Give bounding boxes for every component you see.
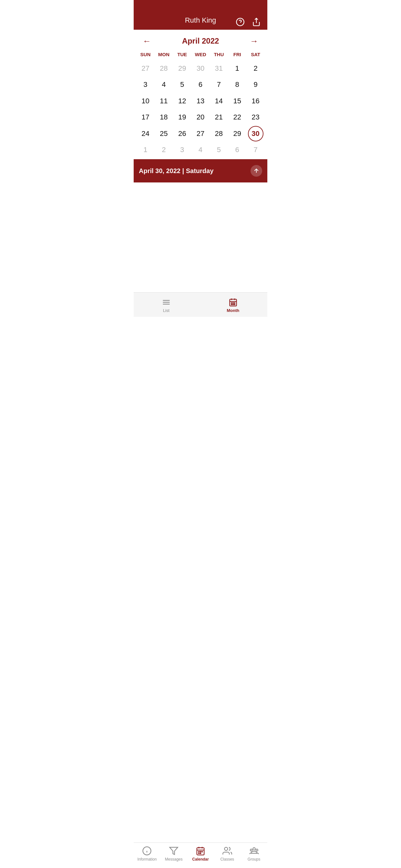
calendar-day[interactable]: 27: [191, 126, 210, 142]
list-label: List: [163, 308, 169, 313]
svg-point-13: [234, 303, 235, 304]
calendar-day[interactable]: 5: [173, 76, 191, 93]
calendar-day[interactable]: 2: [246, 60, 265, 76]
day-header-thu: THU: [210, 50, 228, 59]
month-label: Month: [227, 308, 239, 313]
month-calendar-icon: [228, 298, 238, 307]
calendar-day[interactable]: 29: [173, 60, 191, 76]
calendar-day[interactable]: 17: [136, 109, 155, 125]
calendar-day[interactable]: 7: [210, 76, 228, 93]
day-header-sat: SAT: [246, 50, 265, 59]
calendar-day[interactable]: 30: [248, 126, 264, 142]
calendar-day[interactable]: 1: [228, 60, 246, 76]
calendar-day[interactable]: 2: [155, 142, 173, 158]
day-header-fri: FRI: [228, 50, 246, 59]
header-actions: [235, 16, 262, 28]
share-button[interactable]: [251, 16, 262, 28]
calendar-grid: 2728293031123456789101112131415161718192…: [134, 60, 267, 158]
calendar-day[interactable]: 5: [210, 142, 228, 158]
calendar-day[interactable]: 22: [228, 109, 246, 125]
selected-date-bar: April 30, 2022 | Saturday: [134, 159, 267, 182]
calendar-day[interactable]: 3: [173, 142, 191, 158]
svg-point-11: [231, 303, 232, 304]
calendar-day[interactable]: 28: [210, 126, 228, 142]
calendar-day[interactable]: 4: [155, 76, 173, 93]
svg-point-14: [231, 304, 232, 305]
header-title: Ruth King: [185, 16, 216, 25]
arrow-up-icon: [253, 167, 259, 174]
calendar-day[interactable]: 7: [246, 142, 265, 158]
calendar-month-title: April 2022: [182, 36, 219, 45]
calendar-day[interactable]: 12: [173, 93, 191, 109]
share-icon: [252, 18, 261, 27]
calendar-day[interactable]: 15: [228, 93, 246, 109]
help-button[interactable]: [235, 16, 246, 28]
scroll-up-button[interactable]: [251, 165, 262, 177]
calendar-day[interactable]: 18: [155, 109, 173, 125]
calendar-day[interactable]: 16: [246, 93, 265, 109]
calendar-day[interactable]: 10: [136, 93, 155, 109]
selected-date-text: April 30, 2022 | Saturday: [139, 167, 213, 175]
calendar-day[interactable]: 3: [136, 76, 155, 93]
next-month-button[interactable]: →: [247, 35, 261, 46]
calendar-day[interactable]: 28: [155, 60, 173, 76]
app-header: Ruth King: [134, 0, 267, 30]
svg-point-15: [233, 304, 234, 305]
list-view-button[interactable]: List: [155, 296, 177, 315]
calendar-day[interactable]: 21: [210, 109, 228, 125]
calendar-day[interactable]: 25: [155, 126, 173, 142]
calendar-day[interactable]: 9: [246, 76, 265, 93]
day-header-wed: WED: [191, 50, 210, 59]
day-header-mon: MON: [155, 50, 173, 59]
list-icon: [162, 298, 171, 307]
calendar-day[interactable]: 29: [228, 126, 246, 142]
svg-point-12: [233, 303, 234, 304]
events-content-area: [134, 182, 267, 292]
day-header-sun: SUN: [136, 50, 155, 59]
calendar-day[interactable]: 23: [246, 109, 265, 125]
calendar-day[interactable]: 31: [210, 60, 228, 76]
calendar-nav: ← April 2022 →: [134, 30, 267, 50]
calendar-day[interactable]: 4: [191, 142, 210, 158]
calendar-day[interactable]: 24: [136, 126, 155, 142]
calendar-day-headers: SUN MON TUE WED THU FRI SAT: [134, 50, 267, 59]
calendar-day[interactable]: 26: [173, 126, 191, 142]
calendar-day[interactable]: 6: [191, 76, 210, 93]
calendar-day[interactable]: 11: [155, 93, 173, 109]
day-header-tue: TUE: [173, 50, 191, 59]
prev-month-button[interactable]: ←: [140, 35, 154, 46]
svg-point-16: [234, 304, 235, 305]
month-view-button[interactable]: Month: [220, 296, 246, 315]
calendar-day[interactable]: 27: [136, 60, 155, 76]
calendar-day[interactable]: 14: [210, 93, 228, 109]
calendar-day[interactable]: 30: [191, 60, 210, 76]
calendar-day[interactable]: 8: [228, 76, 246, 93]
question-circle-icon: [236, 18, 245, 27]
view-toggle: List Month: [134, 292, 267, 317]
calendar-day[interactable]: 1: [136, 142, 155, 158]
calendar-day[interactable]: 6: [228, 142, 246, 158]
calendar-day[interactable]: 13: [191, 93, 210, 109]
calendar-day[interactable]: 20: [191, 109, 210, 125]
calendar-day[interactable]: 19: [173, 109, 191, 125]
